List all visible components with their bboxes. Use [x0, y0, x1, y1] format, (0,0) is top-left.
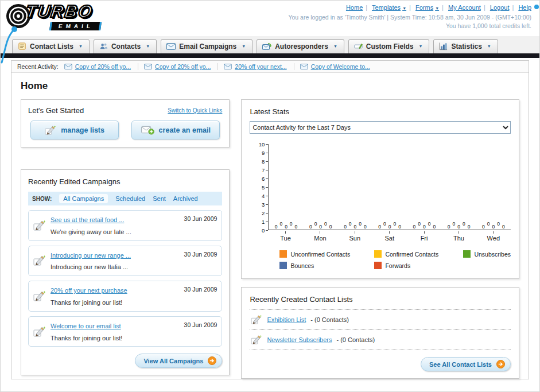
- tab-contact-lists[interactable]: Contact Lists ▼: [12, 39, 90, 53]
- filter-archived[interactable]: Archived: [173, 195, 198, 202]
- chevron-down-icon: ▼: [402, 6, 406, 10]
- main-content-box: Recent Activity: Copy of 20% off yo... C…: [11, 60, 529, 379]
- campaign-list-item: Introducing our new range ... Introducin…: [28, 246, 222, 277]
- recent-activity-label: Recent Activity:: [17, 63, 59, 70]
- contact-list-item: Exhibition List - (0 Contacts): [250, 310, 511, 330]
- chevron-down-icon: ▼: [146, 44, 150, 48]
- recent-activity-link[interactable]: Copy of Welcome to...: [311, 63, 370, 70]
- recent-activity-link[interactable]: Copy of 20% off yo...: [75, 63, 131, 70]
- bar-value-label: 0: [285, 224, 288, 230]
- envelope-icon: [300, 64, 308, 69]
- pencil-icon: [45, 125, 56, 135]
- tab-email-campaigns[interactable]: Email Campaigns ▼: [161, 39, 252, 53]
- bar-group: 00000: [442, 222, 476, 230]
- nav-separator: |: [484, 4, 485, 11]
- legend-item: Forwards: [374, 262, 463, 269]
- envelope-icon: [224, 64, 232, 69]
- tab-statistics[interactable]: Statistics ▼: [433, 39, 498, 53]
- create-email-button[interactable]: create an email: [131, 121, 220, 139]
- get-started-title: Let's Get Started: [28, 106, 84, 115]
- campaign-title-link[interactable]: See us at the retail food ...: [50, 216, 124, 223]
- left-column: Let's Get Started Switch to Quick Links …: [21, 99, 230, 379]
- see-all-contact-lists-button[interactable]: See All Contact Lists: [421, 357, 511, 371]
- campaign-title-link[interactable]: Welcome to our email list: [50, 323, 121, 329]
- campaign-date: 30 Jun 2009: [184, 214, 217, 222]
- bar-value-label: 0: [463, 222, 465, 227]
- campaign-subtitle: Introducing our new Italia ...: [50, 263, 128, 270]
- filter-scheduled[interactable]: Scheduled: [115, 195, 145, 202]
- latest-stats-title: Latest Stats: [250, 107, 289, 116]
- recently-created-contact-lists-panel: Recently Created Contact Lists Exhibitio…: [241, 287, 519, 379]
- bar-value-label: 0: [482, 224, 485, 230]
- x-axis-label: Sun: [337, 231, 372, 242]
- recent-activity-bar: Recent Activity: Copy of 20% off yo... C…: [11, 61, 529, 73]
- contact-list-link[interactable]: Newsletter Subscribers: [267, 336, 332, 343]
- legend-swatch: [279, 250, 287, 258]
- custom-fields-icon: [354, 42, 363, 51]
- bar-value-label: 0: [319, 224, 322, 230]
- filter-all-campaigns[interactable]: All Campaigns: [59, 194, 108, 203]
- view-all-campaigns-button[interactable]: View All Campaigns: [135, 354, 222, 368]
- main-nav-tabs: Contact Lists ▼ Contacts ▼ Email Campaig…: [1, 36, 539, 53]
- bar-value-label: 0: [364, 224, 367, 230]
- new-email-icon: [141, 125, 154, 135]
- legend-item: Confirmed Contacts: [374, 250, 463, 258]
- filter-sent[interactable]: Sent: [153, 195, 166, 202]
- campaign-list-item: Welcome to our email list Thanks for joi…: [28, 316, 222, 347]
- contact-list-link[interactable]: Exhibition List: [267, 316, 306, 323]
- chart-plot-groups: 00000000000000000000000000000000000: [269, 222, 511, 230]
- recent-activity-link[interactable]: Copy of 20% off yo...: [155, 63, 211, 70]
- stats-range-select[interactable]: Contact Activity for the Last 7 Days: [250, 121, 511, 134]
- bar-group: 00000: [269, 222, 303, 230]
- legend-label: Unsubscribes: [474, 251, 511, 258]
- contact-list-detail: - (0 Contacts): [310, 316, 349, 323]
- campaign-title-link[interactable]: 20% off your next purchase: [50, 287, 127, 294]
- tab-label: Autoresponders: [275, 42, 328, 51]
- page-content: Home Let's Get Started Switch to Quick L…: [11, 80, 529, 379]
- bar-value-label: 0: [349, 222, 352, 227]
- bar-value-label: 0: [418, 222, 421, 227]
- bar-value-label: 0: [383, 222, 386, 227]
- top-header: TURBO EMAIL Home| Templates▼| Forms▼| My…: [1, 1, 539, 36]
- recent-activity-link[interactable]: 20% off your next...: [235, 63, 286, 70]
- top-link-help[interactable]: Help: [518, 4, 531, 11]
- tab-autoresponders[interactable]: Autoresponders ▼: [257, 39, 344, 53]
- x-axis-label: Mon: [303, 231, 337, 242]
- latest-stats-panel: Latest Stats Contact Activity for the La…: [241, 99, 519, 279]
- get-started-panel: Let's Get Started Switch to Quick Links …: [21, 99, 230, 148]
- top-nav: Home| Templates▼| Forms▼| My Account| Lo…: [288, 4, 531, 11]
- legend-item: Unsubscribes: [463, 250, 511, 258]
- tab-contacts[interactable]: Contacts ▼: [94, 39, 157, 53]
- bar-group: 00000: [407, 222, 441, 230]
- envelope-icon: [64, 64, 72, 69]
- switch-quick-links-link[interactable]: Switch to Quick Links: [168, 107, 222, 114]
- top-link-templates[interactable]: Templates▼: [372, 4, 406, 11]
- campaign-title-link[interactable]: Introducing our new range ...: [50, 252, 131, 259]
- bar-value-label: 0: [314, 222, 317, 227]
- contact-lists-title: Recently Created Contact Lists: [250, 295, 352, 304]
- bar-value-label: 0: [290, 222, 293, 227]
- bar-value-label: 0: [413, 224, 416, 230]
- contact-lists-list: Exhibition List - (0 Contacts) Newslette…: [250, 309, 511, 350]
- bar-value-label: 0: [423, 224, 426, 230]
- create-email-label: create an email: [159, 126, 211, 134]
- top-link-forms[interactable]: Forms▼: [415, 4, 439, 11]
- campaign-subtitle: Thanks for joining our list!: [50, 299, 122, 306]
- top-link-my-account[interactable]: My Account: [448, 4, 481, 11]
- pencil-icon: [251, 335, 262, 345]
- page-title: Home: [21, 80, 519, 92]
- manage-lists-button[interactable]: manage lists: [30, 121, 119, 139]
- top-link-forms-label: Forms: [415, 4, 433, 11]
- tab-custom-fields[interactable]: Custom Fields ▼: [348, 39, 430, 53]
- top-link-logout[interactable]: Logout: [490, 4, 510, 11]
- bar-value-label: 0: [309, 224, 312, 230]
- bar-value-label: 0: [448, 224, 450, 230]
- pencil-icon: [33, 255, 46, 266]
- bar-value-label: 0: [389, 224, 391, 230]
- bar-value-label: 0: [354, 224, 357, 230]
- pencil-icon: [251, 315, 262, 325]
- legend-swatch: [463, 250, 471, 258]
- bar-group: 00000: [304, 222, 338, 230]
- bar-value-label: 0: [275, 224, 278, 230]
- top-link-home[interactable]: Home: [346, 4, 363, 11]
